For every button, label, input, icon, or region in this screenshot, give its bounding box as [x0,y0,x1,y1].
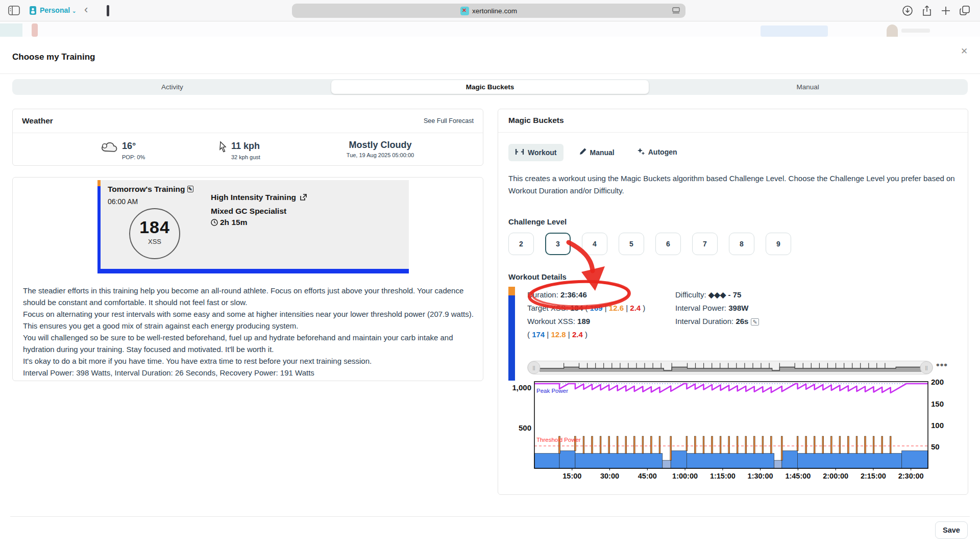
mode-autogen-button[interactable]: Autogen [630,143,684,161]
modal-title: Choose my Training [12,52,95,62]
xss-value: 184 [130,217,179,237]
profile-menu[interactable]: Personal ⌄ [40,6,76,14]
svg-text:30:00: 30:00 [600,472,619,480]
tab-manual[interactable]: Manual [649,80,967,94]
tomorrows-training-tile[interactable]: Tomorrow's Training✎ 06:00 AM 184 XSS Hi… [97,180,409,273]
training-description: The steadier efforts in this training he… [23,285,480,379]
threshold-power-label: Threshold Power [536,437,581,443]
detail-workout-xss: Workout XSS: 189 [527,317,590,325]
svg-text:1:15:00: 1:15:00 [710,472,736,480]
svg-text:1:45:00: 1:45:00 [785,472,811,480]
training-time: 06:00 AM [108,197,138,206]
training-mode-tabs: ActivityMagic BucketsManual [12,79,968,95]
svg-text:||: || [925,365,928,370]
see-full-forecast-link[interactable]: See Full Forecast [424,117,474,124]
svg-text:1:30:00: 1:30:00 [748,472,773,480]
browser-toolbar: Personal ⌄ ‹ xertonline.com [0,0,980,21]
background-button [761,26,828,37]
chevron-down-icon: ⌄ [72,8,76,14]
svg-text:100: 100 [931,421,944,430]
description-line: Interval Power: 398 Watts, Interval Dura… [23,367,480,379]
details-color-bar [508,287,515,381]
detail-workout-xss-parts: ( 174 | 12.8 | 2.4 ) [527,330,587,339]
description-line: It's okay to do a bit more if you have t… [23,355,480,367]
detail-duration: Duration: 2:36:46 [527,290,587,299]
workout-range-scrubber[interactable]: |||| [527,361,933,374]
choose-training-modal: Choose my Training ✕ ActivityMagic Bucke… [0,37,980,551]
svg-text:1:00:00: 1:00:00 [672,472,698,480]
profile-name: Personal [40,6,70,14]
sidebar-toggle-icon[interactable] [8,6,20,16]
challenge-level-6[interactable]: 6 [655,233,681,255]
close-icon[interactable]: ✕ [961,46,968,57]
workout-name: High Intensity Training [211,193,296,202]
svg-text:15:00: 15:00 [562,472,581,480]
divider [498,132,968,133]
challenge-level-8[interactable]: 8 [729,233,754,255]
svg-text:200: 200 [931,378,944,386]
reader-mode-icon[interactable] [672,7,680,14]
background-block [0,23,22,37]
temperature: 16° [122,141,136,152]
background-logo [32,23,38,37]
background-avatar [887,24,898,37]
generation-mode-buttons: WorkoutManualAutogen [508,143,693,161]
panel-title: Magic Buckets [508,116,564,125]
new-tab-icon[interactable] [941,6,951,16]
sparkles-icon [637,147,645,157]
challenge-level-9[interactable]: 9 [766,233,791,255]
svg-text:1,000: 1,000 [512,383,531,392]
detail-difficulty: Difficulty: ◆◆◆ - 75 [675,290,741,299]
back-button[interactable]: ‹ [84,3,88,16]
training-card-title: Tomorrow's Training [108,185,185,193]
wind-gust: 32 kph gust [231,154,260,160]
detail-target-xss: Target XSS: 184 ( 169 | 12.6 | 2.4 ) [527,304,645,312]
background-page [0,21,980,37]
challenge-level-7[interactable]: 7 [692,233,718,255]
tab-overview-icon[interactable] [959,5,971,16]
svg-text:2:00:00: 2:00:00 [823,472,848,480]
background-text [901,29,930,33]
description-line: Focus on alternating your rest intervals… [23,308,480,332]
tab-activity[interactable]: Activity [13,80,331,94]
share-icon[interactable] [921,5,933,16]
address-bar[interactable]: xertonline.com [292,4,685,18]
intensity-bottom-bar [97,269,409,273]
xss-badge: 184 XSS [129,208,180,259]
magic-buckets-panel: Magic Buckets WorkoutManualAutogen This … [498,109,968,495]
page-proxy-icon [107,5,109,16]
workout-duration: 2h 15m [220,218,247,227]
chart-menu-icon[interactable]: ••• [936,359,948,370]
challenge-level-5[interactable]: 5 [619,233,644,255]
url-text: xertonline.com [472,7,517,15]
site-favicon [460,7,469,15]
svg-text:150: 150 [931,399,944,408]
challenge-level-label: Challenge Level [508,217,567,226]
challenge-level-4[interactable]: 4 [582,233,607,255]
svg-text:50: 50 [931,442,940,451]
workout-details-label: Workout Details [508,272,567,281]
weather-title: Weather [22,116,53,126]
wind-direction-icon [219,141,228,155]
save-button[interactable]: Save [935,521,968,539]
svg-text:2:30:00: 2:30:00 [898,472,924,480]
challenge-level-3[interactable]: 3 [545,233,571,255]
challenge-level-2[interactable]: 2 [508,233,534,255]
tab-magic-buckets[interactable]: Magic Buckets [331,80,649,94]
svg-text:2:15:00: 2:15:00 [861,472,886,480]
mode-manual-button[interactable]: Manual [573,143,621,161]
external-link-icon[interactable] [300,194,307,201]
edit-calendar-icon[interactable]: ✎ [187,186,193,192]
precipitation: POP: 0% [122,154,145,160]
profile-badge-icon [30,6,36,15]
divider [13,133,483,133]
edit-interval-duration-icon[interactable]: ✎ [751,318,758,325]
downloads-icon[interactable] [902,5,913,16]
svg-text:||: || [533,365,535,370]
cloud-icon [100,140,118,156]
workout-focus: Mixed GC Specialist [211,207,286,216]
intensity-color-bar [97,180,101,273]
svg-text:45:00: 45:00 [638,472,657,480]
weather-card: Weather See Full Forecast 16° POP: 0% 11… [12,109,483,166]
mode-workout-button[interactable]: Workout [508,144,564,161]
